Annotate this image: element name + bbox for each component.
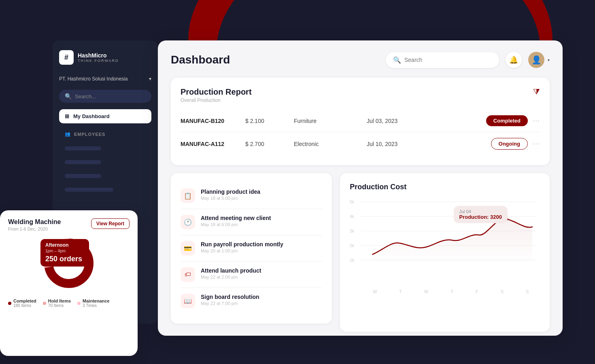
legend-hold: Hold Items 70 Items — [43, 298, 71, 308]
avatar-chevron-icon[interactable]: ▾ — [548, 58, 550, 62]
svg-text:1k: 1k — [350, 258, 355, 262]
production-report-subtitle: Overall Production — [181, 97, 252, 103]
tooltip-time: 1pm – 4pm — [45, 249, 84, 253]
tooltip-orders: 250 orders — [45, 255, 84, 263]
welding-machine-card: Welding Machine From 1-6 Dec, 2020 View … — [0, 210, 138, 356]
activity-list: 📋 Planning product idea May 18 at 5:00 p… — [181, 183, 322, 314]
chart-tooltip-date: Jul 04 — [459, 209, 502, 214]
nav-placeholder-3 — [65, 174, 101, 178]
logo-tagline: THINK FORWARD — [78, 59, 119, 63]
company-chevron-icon[interactable]: ▾ — [149, 76, 151, 82]
dashboard-header: Dashboard 🔍 🔔 👤 ▾ — [171, 52, 550, 68]
chart-area-fill — [373, 219, 533, 265]
user-menu[interactable]: 👤 ▾ — [528, 52, 550, 68]
legend-dot-maintenance — [77, 302, 81, 305]
sidebar-item-my-dashboard[interactable]: ⊞ My Dashboard — [59, 109, 151, 123]
activity-item: 🏷 Attend launch product May 22 at 2:00 p… — [181, 262, 322, 288]
sidebar-section-employees: 👥 EMPLOYEES — [59, 130, 151, 138]
row1-date: Jul 03, 2023 — [367, 118, 440, 124]
page-title: Dashboard — [171, 53, 230, 66]
donut-tooltip: Afternoon 1pm – 4pm 250 orders — [40, 239, 89, 267]
activity-title-2: Attend meeting new client — [201, 215, 271, 221]
dashboard-grid-icon: ⊞ — [65, 113, 69, 119]
row2-status-col: Ongoing ··· — [440, 138, 540, 150]
production-report-card: Production Report Overall Production ⧩ M… — [171, 78, 550, 165]
activity-date-1: May 18 at 5:00 pm — [201, 196, 260, 201]
row2-date: Jul 10, 2023 — [367, 141, 440, 147]
row1-category: Furniture — [294, 118, 367, 124]
chart-x-labels: M T W T F S S — [350, 289, 540, 294]
bottom-grid: 📋 Planning product idea May 18 at 5:00 p… — [171, 173, 550, 332]
header-actions: 🔍 🔔 👤 ▾ — [386, 52, 550, 68]
activity-icon-payroll: 💳 — [181, 241, 195, 256]
activity-date-5: May 22 at 7:00 pm — [201, 301, 259, 306]
sidebar-search[interactable]: 🔍 Search... — [59, 90, 151, 103]
activity-list-card: 📋 Planning product idea May 18 at 5:00 p… — [171, 173, 332, 324]
nav-placeholder-1 — [65, 146, 101, 150]
sidebar-search-placeholder: Search... — [75, 93, 96, 99]
svg-text:2k: 2k — [350, 243, 355, 248]
legend-value-completed: 180 Items — [13, 303, 36, 308]
logo: # HashMicro THINK FORWARD — [59, 50, 151, 65]
welding-title: Welding Machine — [8, 218, 61, 226]
x-label-s1: S — [501, 289, 504, 294]
x-label-m: M — [373, 289, 377, 294]
logo-icon: # — [59, 50, 74, 65]
row1-amount: $ 2.100 — [245, 118, 294, 124]
donut-chart-container: Afternoon 1pm – 4pm 250 orders — [8, 233, 130, 294]
row2-more-button[interactable]: ··· — [533, 140, 540, 148]
welding-card-header: Welding Machine From 1-6 Dec, 2020 View … — [8, 218, 130, 231]
activity-date-3: May 20 at 1:00 pm — [201, 248, 283, 253]
avatar[interactable]: 👤 — [528, 52, 544, 68]
company-selector[interactable]: PT. Hashmicro Solusi Indonesia ▾ — [59, 74, 151, 83]
chart-tooltip: Jul 04 Production: 3200 — [454, 206, 508, 223]
legend-dot-hold — [43, 302, 46, 305]
employees-icon: 👥 — [65, 131, 71, 137]
welding-subtitle: From 1-6 Dec, 2020 — [8, 226, 61, 231]
x-label-t1: T — [399, 289, 402, 294]
production-report-title: Production Report — [181, 87, 252, 97]
avatar-image: 👤 — [531, 55, 542, 65]
row2-amount: $ 2.700 — [245, 141, 294, 147]
legend-label-maintenance: Maintenance — [83, 298, 110, 303]
view-report-button[interactable]: View Report — [91, 218, 130, 229]
activity-icon-planning: 📋 — [181, 188, 195, 203]
completed-badge: Completed — [486, 115, 528, 126]
activity-icon-sign: 📖 — [181, 294, 195, 308]
logo-name: HashMicro — [78, 52, 119, 59]
search-magnifier-icon: 🔍 — [393, 56, 401, 64]
svg-text:4k: 4k — [350, 214, 355, 219]
activity-title-3: Run payroll production montly — [201, 241, 283, 248]
x-label-f: F — [476, 289, 478, 294]
table-row: MANUFAC-A112 $ 2.700 Electronic Jul 10, … — [181, 132, 540, 155]
tooltip-period: Afternoon — [45, 242, 84, 248]
production-cost-card: Production Cost Jul 04 Production: 3200 — [340, 173, 550, 332]
legend-maintenance: Maintenance 3 Times — [77, 298, 110, 308]
search-input[interactable] — [404, 57, 492, 63]
nav-placeholder-2 — [65, 160, 101, 164]
company-name: PT. Hashmicro Solusi Indonesia — [59, 76, 128, 82]
activity-item: 💳 Run payroll production montly May 20 a… — [181, 235, 322, 262]
svg-text:3k: 3k — [350, 229, 355, 233]
production-report-header: Production Report Overall Production ⧩ — [181, 87, 540, 103]
row2-code: MANUFAC-A112 — [181, 141, 245, 147]
bell-icon: 🔔 — [509, 55, 518, 64]
legend-dot-completed — [8, 302, 11, 305]
filter-icon[interactable]: ⧩ — [533, 87, 540, 97]
legend-label-hold: Hold Items — [48, 298, 71, 303]
activity-item: 📖 Sign board resolution May 22 at 7:00 p… — [181, 288, 322, 314]
notification-button[interactable]: 🔔 — [506, 52, 522, 68]
legend-value-maintenance: 3 Times — [83, 303, 110, 308]
activity-icon-launch: 🏷 — [181, 267, 195, 282]
row1-more-button[interactable]: ··· — [533, 116, 540, 125]
chart-area: Jul 04 Production: 3200 5k 4 — [350, 198, 540, 287]
activity-date-4: May 22 at 2:00 pm — [201, 275, 261, 279]
activity-title-5: Sign board resolution — [201, 294, 259, 300]
nav-placeholder-4 — [65, 188, 113, 192]
svg-text:5k: 5k — [350, 199, 355, 204]
ongoing-badge: Ongoing — [491, 138, 528, 150]
activity-title-1: Planning product idea — [201, 188, 260, 195]
search-bar[interactable]: 🔍 — [386, 52, 499, 68]
chart-tooltip-value: Production: 3200 — [459, 214, 502, 220]
sidebar-item-label: My Dashboard — [73, 113, 110, 119]
